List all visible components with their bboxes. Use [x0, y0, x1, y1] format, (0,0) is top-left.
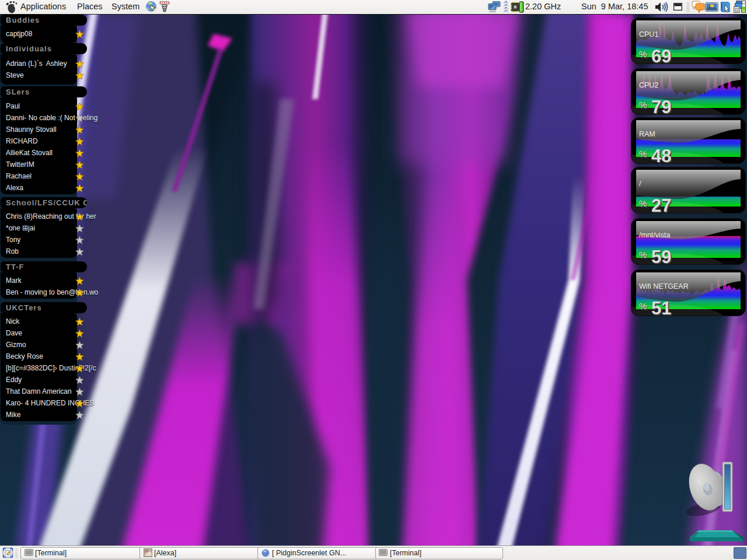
svg-text:CPU1: CPU1 — [639, 30, 658, 38]
svg-text:%: % — [639, 100, 647, 110]
svg-text:27: 27 — [651, 195, 671, 214]
svg-text:%: % — [639, 149, 647, 159]
svg-text:48: 48 — [651, 146, 671, 164]
svg-text:69: 69 — [651, 46, 671, 64]
svg-text:%: % — [639, 198, 647, 208]
svg-text:/mnt/vista: /mnt/vista — [639, 231, 671, 239]
svg-text:RAM: RAM — [639, 130, 655, 138]
svg-text:%: % — [639, 250, 647, 260]
svg-text:59: 59 — [651, 247, 671, 265]
svg-text:51: 51 — [651, 298, 671, 316]
svg-text:/: / — [639, 180, 641, 188]
svg-text:Wifi NETGEAR: Wifi NETGEAR — [639, 282, 689, 290]
svg-text:CPU2: CPU2 — [639, 81, 658, 89]
svg-text:79: 79 — [651, 97, 671, 115]
svg-text:%: % — [639, 49, 647, 59]
svg-text:%: % — [639, 301, 647, 311]
